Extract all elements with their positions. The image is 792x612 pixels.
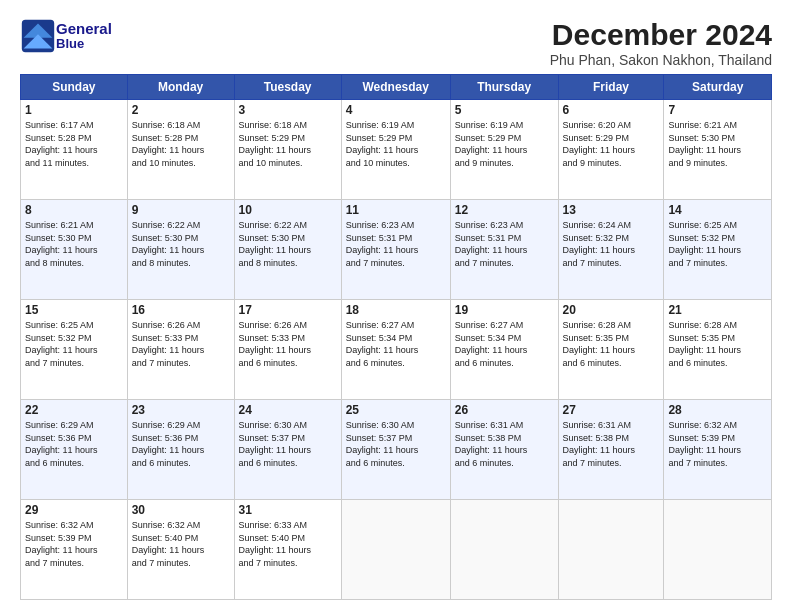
day-number: 21 — [668, 303, 767, 317]
table-cell: 10Sunrise: 6:22 AMSunset: 5:30 PMDayligh… — [234, 200, 341, 300]
header-tuesday: Tuesday — [234, 75, 341, 100]
cell-info: Sunrise: 6:27 AMSunset: 5:34 PMDaylight:… — [455, 320, 528, 368]
day-number: 20 — [563, 303, 660, 317]
calendar-row: 29Sunrise: 6:32 AMSunset: 5:39 PMDayligh… — [21, 500, 772, 600]
cell-info: Sunrise: 6:23 AMSunset: 5:31 PMDaylight:… — [346, 220, 419, 268]
table-cell: 26Sunrise: 6:31 AMSunset: 5:38 PMDayligh… — [450, 400, 558, 500]
header-monday: Monday — [127, 75, 234, 100]
day-number: 19 — [455, 303, 554, 317]
logo-text: General Blue — [56, 21, 112, 52]
day-number: 26 — [455, 403, 554, 417]
cell-info: Sunrise: 6:17 AMSunset: 5:28 PMDaylight:… — [25, 120, 98, 168]
cell-info: Sunrise: 6:18 AMSunset: 5:29 PMDaylight:… — [239, 120, 312, 168]
day-number: 16 — [132, 303, 230, 317]
table-cell: 21Sunrise: 6:28 AMSunset: 5:35 PMDayligh… — [664, 300, 772, 400]
day-number: 29 — [25, 503, 123, 517]
table-cell: 17Sunrise: 6:26 AMSunset: 5:33 PMDayligh… — [234, 300, 341, 400]
table-cell: 11Sunrise: 6:23 AMSunset: 5:31 PMDayligh… — [341, 200, 450, 300]
day-number: 30 — [132, 503, 230, 517]
table-cell: 6Sunrise: 6:20 AMSunset: 5:29 PMDaylight… — [558, 100, 664, 200]
logo-icon — [20, 18, 56, 54]
cell-info: Sunrise: 6:19 AMSunset: 5:29 PMDaylight:… — [455, 120, 528, 168]
cell-info: Sunrise: 6:29 AMSunset: 5:36 PMDaylight:… — [25, 420, 98, 468]
day-number: 7 — [668, 103, 767, 117]
page: General Blue December 2024 Phu Phan, Sak… — [0, 0, 792, 612]
table-cell: 16Sunrise: 6:26 AMSunset: 5:33 PMDayligh… — [127, 300, 234, 400]
header-friday: Friday — [558, 75, 664, 100]
header-wednesday: Wednesday — [341, 75, 450, 100]
day-number: 17 — [239, 303, 337, 317]
table-cell: 15Sunrise: 6:25 AMSunset: 5:32 PMDayligh… — [21, 300, 128, 400]
day-number: 1 — [25, 103, 123, 117]
table-cell: 22Sunrise: 6:29 AMSunset: 5:36 PMDayligh… — [21, 400, 128, 500]
table-cell: 18Sunrise: 6:27 AMSunset: 5:34 PMDayligh… — [341, 300, 450, 400]
calendar-row: 15Sunrise: 6:25 AMSunset: 5:32 PMDayligh… — [21, 300, 772, 400]
day-number: 23 — [132, 403, 230, 417]
table-cell: 23Sunrise: 6:29 AMSunset: 5:36 PMDayligh… — [127, 400, 234, 500]
cell-info: Sunrise: 6:24 AMSunset: 5:32 PMDaylight:… — [563, 220, 636, 268]
table-cell — [341, 500, 450, 600]
table-cell: 28Sunrise: 6:32 AMSunset: 5:39 PMDayligh… — [664, 400, 772, 500]
day-number: 11 — [346, 203, 446, 217]
day-number: 12 — [455, 203, 554, 217]
logo-area: General Blue — [20, 18, 112, 54]
cell-info: Sunrise: 6:31 AMSunset: 5:38 PMDaylight:… — [455, 420, 528, 468]
table-cell: 9Sunrise: 6:22 AMSunset: 5:30 PMDaylight… — [127, 200, 234, 300]
cell-info: Sunrise: 6:21 AMSunset: 5:30 PMDaylight:… — [668, 120, 741, 168]
table-cell: 29Sunrise: 6:32 AMSunset: 5:39 PMDayligh… — [21, 500, 128, 600]
table-cell: 2Sunrise: 6:18 AMSunset: 5:28 PMDaylight… — [127, 100, 234, 200]
day-number: 2 — [132, 103, 230, 117]
table-cell: 20Sunrise: 6:28 AMSunset: 5:35 PMDayligh… — [558, 300, 664, 400]
calendar-subtitle: Phu Phan, Sakon Nakhon, Thailand — [550, 52, 772, 68]
cell-info: Sunrise: 6:28 AMSunset: 5:35 PMDaylight:… — [563, 320, 636, 368]
header-sunday: Sunday — [21, 75, 128, 100]
day-number: 27 — [563, 403, 660, 417]
day-number: 6 — [563, 103, 660, 117]
day-number: 5 — [455, 103, 554, 117]
table-cell: 8Sunrise: 6:21 AMSunset: 5:30 PMDaylight… — [21, 200, 128, 300]
day-number: 3 — [239, 103, 337, 117]
cell-info: Sunrise: 6:32 AMSunset: 5:39 PMDaylight:… — [25, 520, 98, 568]
cell-info: Sunrise: 6:25 AMSunset: 5:32 PMDaylight:… — [25, 320, 98, 368]
table-cell: 24Sunrise: 6:30 AMSunset: 5:37 PMDayligh… — [234, 400, 341, 500]
cell-info: Sunrise: 6:28 AMSunset: 5:35 PMDaylight:… — [668, 320, 741, 368]
table-cell: 4Sunrise: 6:19 AMSunset: 5:29 PMDaylight… — [341, 100, 450, 200]
cell-info: Sunrise: 6:19 AMSunset: 5:29 PMDaylight:… — [346, 120, 419, 168]
day-number: 18 — [346, 303, 446, 317]
table-cell: 14Sunrise: 6:25 AMSunset: 5:32 PMDayligh… — [664, 200, 772, 300]
cell-info: Sunrise: 6:22 AMSunset: 5:30 PMDaylight:… — [239, 220, 312, 268]
cell-info: Sunrise: 6:20 AMSunset: 5:29 PMDaylight:… — [563, 120, 636, 168]
day-number: 4 — [346, 103, 446, 117]
table-cell: 31Sunrise: 6:33 AMSunset: 5:40 PMDayligh… — [234, 500, 341, 600]
cell-info: Sunrise: 6:26 AMSunset: 5:33 PMDaylight:… — [132, 320, 205, 368]
table-cell — [558, 500, 664, 600]
table-cell: 3Sunrise: 6:18 AMSunset: 5:29 PMDaylight… — [234, 100, 341, 200]
cell-info: Sunrise: 6:33 AMSunset: 5:40 PMDaylight:… — [239, 520, 312, 568]
table-cell: 30Sunrise: 6:32 AMSunset: 5:40 PMDayligh… — [127, 500, 234, 600]
day-number: 8 — [25, 203, 123, 217]
cell-info: Sunrise: 6:30 AMSunset: 5:37 PMDaylight:… — [239, 420, 312, 468]
table-cell — [664, 500, 772, 600]
table-cell: 27Sunrise: 6:31 AMSunset: 5:38 PMDayligh… — [558, 400, 664, 500]
day-number: 22 — [25, 403, 123, 417]
table-cell: 25Sunrise: 6:30 AMSunset: 5:37 PMDayligh… — [341, 400, 450, 500]
cell-info: Sunrise: 6:18 AMSunset: 5:28 PMDaylight:… — [132, 120, 205, 168]
day-number: 9 — [132, 203, 230, 217]
calendar-table: Sunday Monday Tuesday Wednesday Thursday… — [20, 74, 772, 600]
cell-info: Sunrise: 6:21 AMSunset: 5:30 PMDaylight:… — [25, 220, 98, 268]
table-cell: 19Sunrise: 6:27 AMSunset: 5:34 PMDayligh… — [450, 300, 558, 400]
table-cell: 1Sunrise: 6:17 AMSunset: 5:28 PMDaylight… — [21, 100, 128, 200]
weekday-header-row: Sunday Monday Tuesday Wednesday Thursday… — [21, 75, 772, 100]
day-number: 15 — [25, 303, 123, 317]
table-cell — [450, 500, 558, 600]
table-cell: 7Sunrise: 6:21 AMSunset: 5:30 PMDaylight… — [664, 100, 772, 200]
calendar-row: 8Sunrise: 6:21 AMSunset: 5:30 PMDaylight… — [21, 200, 772, 300]
cell-info: Sunrise: 6:32 AMSunset: 5:40 PMDaylight:… — [132, 520, 205, 568]
day-number: 13 — [563, 203, 660, 217]
cell-info: Sunrise: 6:25 AMSunset: 5:32 PMDaylight:… — [668, 220, 741, 268]
calendar-row: 1Sunrise: 6:17 AMSunset: 5:28 PMDaylight… — [21, 100, 772, 200]
logo-line1: General — [56, 21, 112, 38]
table-cell: 12Sunrise: 6:23 AMSunset: 5:31 PMDayligh… — [450, 200, 558, 300]
logo-line2: Blue — [56, 37, 112, 51]
cell-info: Sunrise: 6:29 AMSunset: 5:36 PMDaylight:… — [132, 420, 205, 468]
